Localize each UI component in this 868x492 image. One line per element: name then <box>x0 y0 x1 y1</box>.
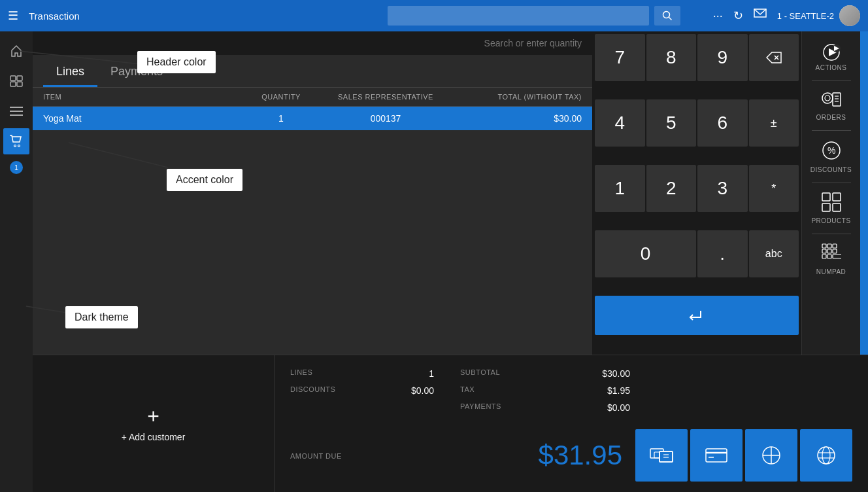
add-customer-label: + Add customer <box>122 432 186 442</box>
svg-point-18 <box>825 96 830 101</box>
app-title: Transaction <box>29 10 365 22</box>
refresh-icon[interactable]: ↻ <box>733 9 743 23</box>
user-info: 1 - SEATTLE-2 <box>777 5 860 26</box>
subtotal-value: $30.00 <box>602 368 630 379</box>
numpad-9[interactable]: 9 <box>697 34 748 81</box>
numpad-1[interactable]: 1 <box>595 165 645 212</box>
top-search-input[interactable] <box>388 6 649 26</box>
sidebar-item-cart[interactable] <box>3 128 29 154</box>
svg-rect-25 <box>822 193 830 201</box>
svg-rect-35 <box>822 255 826 258</box>
numpad-8[interactable]: 8 <box>646 34 697 81</box>
pay-other-button[interactable] <box>800 429 852 482</box>
add-customer-section[interactable]: + + Add customer <box>33 355 275 492</box>
discounts-label: DISCOUNTS <box>290 385 335 396</box>
split-icon <box>761 446 781 465</box>
main-container: 1 Lines Payments ITEM QUANTITY <box>0 31 868 492</box>
numpad-dot[interactable]: . <box>697 230 748 277</box>
action-discounts-label: DISCOUNTS <box>810 166 852 173</box>
numpad-7[interactable]: 7 <box>595 34 645 81</box>
sidebar-item-home[interactable] <box>3 38 29 64</box>
discounts-row: DISCOUNTS $0.00 <box>290 385 434 396</box>
orders-icon-wrapper <box>821 90 842 111</box>
actions-sidebar: ACTIONS <box>801 31 860 355</box>
discounts-value: $0.00 <box>411 385 434 396</box>
action-actions[interactable]: ACTIONS <box>805 37 858 78</box>
accent-color-callout: Accent color <box>167 169 242 191</box>
svg-text:%: % <box>827 145 835 156</box>
numpad-0[interactable]: 0 <box>595 230 696 277</box>
menu-icon[interactable]: ☰ <box>8 9 18 23</box>
top-search-button[interactable] <box>654 6 680 26</box>
actions-divider-2 <box>812 130 851 131</box>
svg-rect-32 <box>822 249 826 253</box>
bottom-totals: LINES 1 DISCOUNTS $0.00 SUBTOTAL $30.00 <box>275 355 868 492</box>
products-icon <box>9 75 24 88</box>
actions-icon <box>822 43 841 62</box>
svg-rect-5 <box>17 82 22 86</box>
numpad-4[interactable]: 4 <box>595 99 645 147</box>
content-area: Lines Payments ITEM QUANTITY SALES REPRE… <box>33 31 868 492</box>
discounts-icon: % <box>821 140 842 161</box>
numpad-multiply[interactable]: * <box>749 165 799 212</box>
svg-point-10 <box>18 145 20 147</box>
action-discounts[interactable]: % DISCOUNTS <box>805 133 858 180</box>
actions-divider-1 <box>812 80 851 81</box>
numpad-6[interactable]: 6 <box>697 99 748 147</box>
totals-details: LINES 1 DISCOUNTS $0.00 SUBTOTAL $30.00 <box>290 368 852 413</box>
message-icon[interactable] <box>754 9 767 24</box>
pay-cash-button[interactable] <box>635 429 688 482</box>
numpad-backspace[interactable] <box>749 34 799 81</box>
top-bar: ☰ Transaction ··· ↻ 1 - SEATTLE-2 <box>0 0 868 31</box>
actions-right-bar <box>860 31 868 355</box>
action-orders-label: ORDERS <box>816 114 846 121</box>
menu-lines-icon <box>10 106 23 116</box>
col-header-item: ITEM <box>43 93 242 101</box>
cart-icon <box>9 135 24 148</box>
card-icon <box>705 447 728 464</box>
svg-point-0 <box>663 12 670 18</box>
col-header-total: TOTAL (WITHOUT TAX) <box>451 93 582 101</box>
action-orders[interactable]: ORDERS <box>805 84 858 128</box>
search-icon <box>662 10 673 21</box>
sidebar-item-menu[interactable] <box>3 98 29 124</box>
svg-rect-26 <box>833 193 841 201</box>
payments-label: PAYMENTS <box>460 402 501 413</box>
numpad-3[interactable]: 3 <box>697 165 748 212</box>
action-products[interactable]: PRODUCTS <box>805 186 858 231</box>
globe-icon <box>816 446 836 465</box>
actions-divider-3 <box>812 183 851 183</box>
tab-lines[interactable]: Lines <box>43 58 97 87</box>
cell-quantity: 1 <box>242 113 320 124</box>
tax-label: TAX <box>460 385 475 396</box>
numpad-abc[interactable]: abc <box>749 230 799 277</box>
col-header-sales-rep: SALES REPRESENTATIVE <box>320 93 451 101</box>
numpad-2[interactable]: 2 <box>646 165 697 212</box>
svg-point-51 <box>822 447 830 464</box>
numpad-5[interactable]: 5 <box>646 99 697 147</box>
action-numpad-label: NUMPAD <box>816 268 846 275</box>
numpad-grid: 7 8 9 4 5 6 ± 1 2 3 * <box>592 31 801 355</box>
pay-card-button[interactable] <box>690 429 743 482</box>
table-row[interactable]: Yoga Mat 1 000137 $30.00 <box>33 107 592 130</box>
numpad-plusminus[interactable]: ± <box>749 99 799 147</box>
cart-badge: 1 <box>10 161 23 174</box>
svg-point-17 <box>822 93 833 103</box>
actions-icons <box>822 43 841 62</box>
cell-total: $30.00 <box>451 113 582 124</box>
amount-due-label: AMOUNT DUE <box>290 452 342 460</box>
svg-line-1 <box>669 18 672 20</box>
table-header: ITEM QUANTITY SALES REPRESENTATIVE TOTAL… <box>33 88 592 107</box>
sidebar-item-products[interactable] <box>3 68 29 94</box>
svg-rect-36 <box>827 255 831 258</box>
svg-rect-30 <box>827 244 831 248</box>
numpad-action-icon-wrapper <box>822 243 841 266</box>
orders-icon <box>821 90 842 109</box>
bottom-bar: + + Add customer LINES 1 DISCOUNTS <box>33 355 868 492</box>
numpad-enter[interactable] <box>595 296 799 335</box>
pay-split-button[interactable] <box>745 429 797 482</box>
action-numpad[interactable]: NUMPAD <box>805 237 858 282</box>
lines-value: 1 <box>429 368 434 379</box>
quantity-search-input[interactable] <box>467 38 582 48</box>
more-icon[interactable]: ··· <box>713 9 723 23</box>
